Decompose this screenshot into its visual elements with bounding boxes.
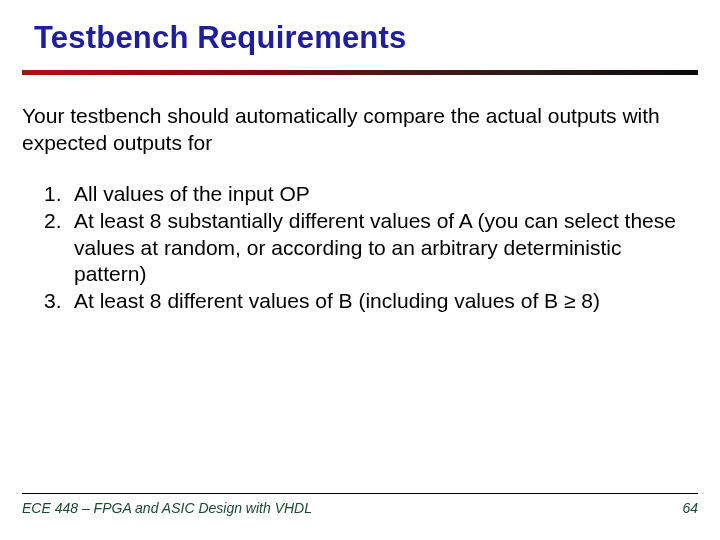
- list-text: At least 8 different values of B (includ…: [74, 289, 600, 312]
- list-item: 1. All values of the input OP: [74, 181, 690, 208]
- page-number: 64: [682, 500, 698, 516]
- slide-footer: ECE 448 – FPGA and ASIC Design with VHDL…: [22, 493, 698, 516]
- course-label: ECE 448 – FPGA and ASIC Design with VHDL: [22, 500, 312, 516]
- list-number: 3.: [44, 288, 62, 315]
- list-number: 1.: [44, 181, 62, 208]
- list-number: 2.: [44, 208, 62, 235]
- list-item: 2. At least 8 substantially different va…: [74, 208, 690, 289]
- list-item: 3. At least 8 different values of B (inc…: [74, 288, 690, 315]
- list-text: All values of the input OP: [74, 182, 310, 205]
- intro-paragraph: Your testbench should automatically comp…: [22, 103, 690, 157]
- slide: Testbench Requirements Your testbench sh…: [0, 0, 720, 540]
- footer-row: ECE 448 – FPGA and ASIC Design with VHDL…: [22, 500, 698, 516]
- requirements-list: 1. All values of the input OP 2. At leas…: [22, 181, 690, 315]
- page-title: Testbench Requirements: [0, 0, 720, 70]
- slide-body: Your testbench should automatically comp…: [0, 75, 720, 315]
- list-text: At least 8 substantially different value…: [74, 209, 676, 286]
- footer-divider: [22, 493, 698, 494]
